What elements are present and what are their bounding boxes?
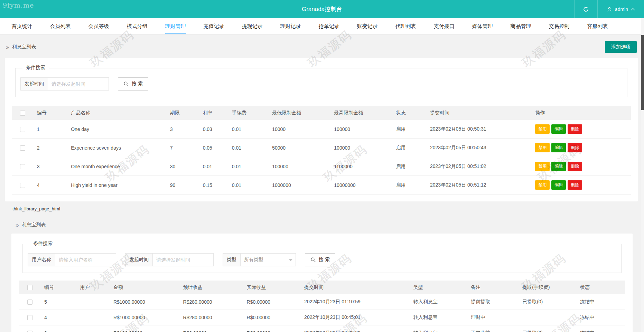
table-cell: 冻结中 (577, 325, 625, 332)
row-checkbox[interactable] (20, 127, 25, 132)
row-actions: 禁用编辑删除 (532, 139, 631, 157)
edit-button[interactable]: 编辑 (551, 180, 566, 190)
row-checkbox[interactable] (27, 331, 32, 332)
disable-button[interactable]: 禁用 (535, 124, 550, 134)
scrollbar-thumb[interactable] (641, 35, 644, 110)
records-panel: 条件搜索 用户名称 发起时间 类型 所有类型 (11, 234, 633, 332)
delete-button[interactable]: 删除 (568, 180, 582, 190)
table-cell: R$100.00000 (110, 325, 180, 332)
refresh-button[interactable] (574, 0, 598, 18)
table-cell: 2022年10月23日 01:10:59 (301, 294, 410, 310)
nav-tab-8[interactable]: 抢单记录 (310, 23, 348, 30)
table-cell: 0.01 (228, 139, 269, 157)
nav-tab-0[interactable]: 首页统计 (3, 23, 41, 30)
table-row: 2Experience seven days70.050.01500001000… (12, 139, 631, 157)
table-cell: R$280.00000 (180, 294, 243, 310)
table-cell: R$0.00000 (243, 310, 301, 325)
table-cell: R$1000.00000 (110, 294, 180, 310)
table-cell: 90 (167, 176, 199, 195)
table-cell: 已提取(0) (519, 325, 577, 332)
nav-tab-5[interactable]: 充值记录 (195, 23, 233, 30)
table-cell: R$0.00000 (243, 325, 301, 332)
disable-button[interactable]: 禁用 (535, 180, 550, 190)
start-time-input[interactable] (153, 253, 214, 266)
row-checkbox[interactable] (27, 300, 32, 305)
column-header: 编号 (34, 106, 68, 120)
table-cell: 2 (34, 139, 68, 157)
nav-tab-15[interactable]: 客服列表 (578, 23, 617, 30)
column-header: 用户 (77, 281, 110, 294)
row-checkbox[interactable] (20, 164, 25, 169)
start-time-input[interactable] (48, 77, 109, 91)
nav-tab-7[interactable]: 理财记录 (271, 23, 310, 30)
username-label: admin (615, 7, 628, 12)
disable-button[interactable]: 禁用 (535, 143, 550, 152)
row-checkbox[interactable] (20, 145, 25, 151)
nav-tab-13[interactable]: 商品管理 (502, 23, 540, 30)
select-all-checkbox[interactable] (20, 111, 25, 116)
table-cell: 0.05 (199, 139, 228, 157)
nav-tab-6[interactable]: 提现记录 (233, 23, 271, 30)
chevron-down-icon (289, 259, 292, 261)
username-input[interactable] (55, 253, 116, 266)
table-cell: 30 (167, 157, 199, 176)
nav-tab-1[interactable]: 会员列表 (41, 23, 80, 30)
delete-button[interactable]: 删除 (568, 124, 582, 134)
search-legend: 条件搜索 (30, 240, 56, 247)
table-cell: One day (67, 120, 167, 139)
nav-tab-4[interactable]: 理财管理 (156, 23, 195, 30)
column-header: 产品名称 (67, 106, 167, 120)
edit-button[interactable]: 编辑 (551, 143, 566, 152)
table-cell: R$1000.00000 (110, 310, 180, 325)
table-cell: 0.01 (228, 157, 269, 176)
scrollbar[interactable] (641, 18, 644, 332)
refresh-icon (583, 6, 589, 12)
user-menu[interactable]: admin (598, 0, 644, 18)
disable-button[interactable]: 禁用 (535, 162, 550, 171)
delete-button[interactable]: 删除 (568, 162, 582, 171)
column-header: 金额 (110, 281, 180, 294)
start-time-label: 发起时间 (20, 77, 48, 91)
nav-tab-3[interactable]: 模式分组 (118, 23, 156, 30)
table-row: 3R$100.00000R$3.00000R$0.000002022年10月23… (19, 325, 625, 332)
nav-tab-12[interactable]: 媒体管理 (463, 23, 502, 30)
delete-button[interactable]: 删除 (568, 143, 582, 152)
nav-tab-10[interactable]: 代理列表 (386, 23, 425, 30)
table-cell: R$280.00000 (180, 310, 243, 325)
nav-tab-14[interactable]: 交易控制 (540, 23, 578, 30)
column-header: 操作 (532, 106, 631, 120)
nav-tab-11[interactable]: 支付接口 (425, 23, 463, 30)
select-all-checkbox[interactable] (27, 285, 32, 290)
nav-tab-2[interactable]: 会员等级 (80, 23, 118, 30)
site-watermark: 9fym.me (3, 1, 34, 9)
table-cell: 转入利息宝 (410, 294, 468, 310)
edit-button[interactable]: 编辑 (551, 162, 566, 171)
column-header: 手续费 (228, 106, 269, 120)
table-cell: 转入利息宝 (410, 325, 468, 332)
row-actions: 禁用编辑删除 (532, 120, 631, 139)
column-header: 状态 (577, 281, 625, 294)
table-cell: 已提取(0) (519, 294, 577, 310)
table-cell: 100000 (330, 120, 392, 139)
row-checkbox[interactable] (27, 315, 32, 320)
table-cell: 50000 (269, 139, 330, 157)
row-checkbox[interactable] (20, 183, 25, 188)
nav-tab-9[interactable]: 账变记录 (348, 23, 386, 30)
column-header: 状态 (392, 106, 427, 120)
search-button[interactable]: 搜 索 (118, 77, 148, 91)
breadcrumb-arrows-icon: » (6, 44, 9, 50)
search-button[interactable]: 搜 索 (305, 253, 335, 266)
row-actions: 禁用编辑删除 (532, 176, 631, 195)
table-cell: 1100000 (330, 157, 392, 176)
search-icon (123, 81, 129, 87)
table-cell: 启用 (392, 157, 427, 176)
search-fieldset: 条件搜索 用户名称 发起时间 类型 所有类型 (22, 244, 622, 273)
table-cell: 4 (41, 310, 76, 325)
type-select[interactable]: 所有类型 (241, 253, 296, 266)
table-cell: 0.01 (228, 120, 269, 139)
edit-button[interactable]: 编辑 (551, 124, 566, 134)
table-cell: 1000000 (269, 176, 330, 195)
table-cell: 7 (167, 139, 199, 157)
column-header: 利率 (199, 106, 228, 120)
add-option-button[interactable]: 添加选项 (605, 41, 637, 53)
